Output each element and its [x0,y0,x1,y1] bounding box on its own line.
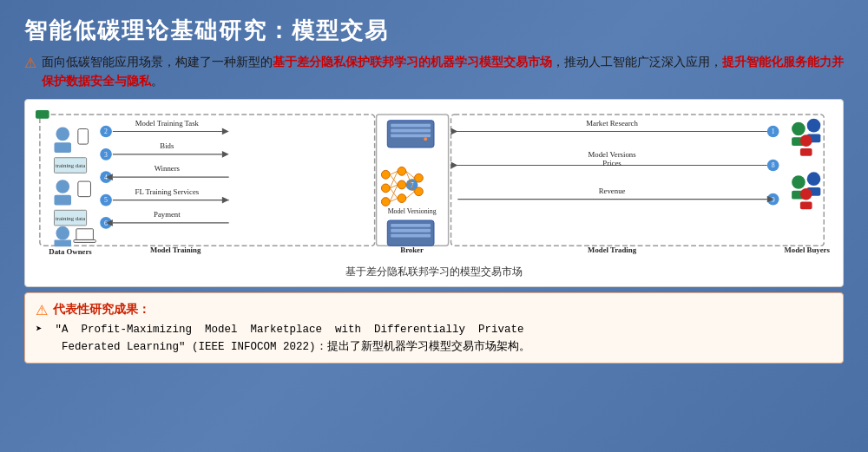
svg-rect-95 [36,110,49,119]
svg-point-56 [398,194,406,203]
svg-rect-75 [391,234,431,238]
svg-marker-31 [106,174,113,180]
svg-rect-16 [74,240,95,243]
svg-point-55 [398,180,406,189]
svg-marker-85 [451,162,458,169]
svg-point-103 [807,173,821,187]
result-box: ⚠ 代表性研究成果： ➤ "A Profit-Maximizing Model … [24,292,844,364]
svg-rect-106 [800,202,812,210]
svg-rect-45 [391,124,431,128]
svg-rect-14 [54,240,71,247]
svg-point-38 [100,217,112,229]
paper-citation: ➤ "A Profit-Maximizing Model Marketplace… [36,324,530,352]
svg-line-59 [390,172,398,175]
svg-rect-5 [78,129,89,145]
svg-text:Data Owners: Data Owners [49,247,92,256]
svg-rect-96 [792,137,806,146]
svg-point-58 [415,187,424,196]
slide-title: 智能低碳理论基础研究：模型交易 [24,16,389,46]
svg-marker-91 [767,196,774,203]
svg-point-52 [381,184,390,193]
svg-text:4: 4 [104,174,108,181]
svg-text:Model Trading: Model Trading [588,246,637,254]
svg-point-54 [398,167,406,176]
svg-text:Revenue: Revenue [599,187,626,195]
svg-line-69 [406,185,415,192]
svg-marker-80 [451,128,458,135]
svg-text:Model Versioning: Model Versioning [388,207,437,215]
result-bullet: ⚠ [36,302,48,318]
svg-line-62 [390,185,398,188]
svg-rect-100 [800,148,812,156]
diagram-container: training data training data Data Own [36,108,832,260]
svg-text:8: 8 [772,162,775,170]
svg-point-23 [100,148,112,160]
svg-rect-102 [792,191,806,200]
svg-point-77 [767,126,779,138]
svg-point-88 [767,193,779,206]
svg-text:training data: training data [56,163,85,169]
svg-text:9: 9 [772,196,775,204]
svg-text:3: 3 [104,151,108,159]
intro-highlight1: 基于差分隐私保护联邦学习的机器学习模型交易市场 [273,56,552,69]
intro-text: 面向低碳智能应用场景，构建了一种新型的基于差分隐私保护联邦学习的机器学习模型交易… [42,53,844,90]
svg-point-3 [56,128,69,141]
svg-rect-9 [54,195,71,206]
svg-rect-46 [391,129,431,133]
svg-point-33 [100,194,112,206]
svg-point-28 [100,172,112,184]
svg-line-64 [390,185,398,202]
svg-marker-41 [106,219,113,226]
svg-point-97 [807,119,821,133]
svg-text:7: 7 [411,181,414,189]
svg-point-48 [424,137,427,141]
svg-marker-36 [222,197,229,204]
svg-rect-47 [391,134,431,138]
svg-point-49 [406,179,418,191]
svg-text:Model Buyers: Model Buyers [785,246,831,254]
intro-section: ⚠ 面向低碳智能应用场景，构建了一种新型的基于差分隐私保护联邦学习的机器学习模型… [24,53,844,90]
svg-point-18 [100,126,112,138]
svg-rect-72 [387,220,434,246]
svg-marker-21 [222,128,229,135]
svg-rect-10 [78,181,91,197]
svg-line-70 [406,192,415,199]
svg-rect-1 [451,115,825,246]
svg-line-68 [406,178,415,185]
svg-text:6: 6 [104,219,108,227]
svg-rect-11 [54,210,86,226]
intro-end: 。 [151,75,163,88]
svg-line-61 [390,172,398,189]
svg-text:Bids: Bids [160,141,174,150]
svg-line-66 [406,172,415,179]
intro-bullet: ⚠ [24,55,36,71]
svg-line-63 [390,188,398,199]
svg-text:5: 5 [104,197,108,205]
svg-text:FL Training Services: FL Training Services [135,187,200,196]
svg-point-51 [381,171,390,180]
svg-point-82 [767,160,779,172]
svg-point-57 [415,174,424,182]
svg-line-67 [406,172,415,192]
svg-text:Market Research: Market Research [586,119,638,128]
svg-point-53 [381,198,390,206]
svg-rect-4 [54,142,71,153]
svg-rect-44 [387,121,434,147]
svg-text:Payment: Payment [154,210,181,219]
svg-rect-104 [807,187,821,196]
svg-text:Model Training Task: Model Training Task [135,119,200,128]
diagram-caption: 基于差分隐私联邦学习的模型交易市场 [36,265,832,279]
svg-point-101 [792,175,806,189]
result-header: ⚠ 代表性研究成果： [36,300,832,318]
intro-normal1: 面向低碳智能应用场景，构建了一种新型的 [42,56,273,69]
svg-rect-73 [391,224,431,227]
svg-point-13 [56,226,69,240]
svg-point-94 [792,122,806,136]
svg-line-65 [390,199,398,202]
svg-point-105 [800,188,812,200]
result-title: 代表性研究成果： [53,302,150,318]
svg-text:Model Training: Model Training [150,246,201,254]
svg-text:1: 1 [772,128,775,136]
svg-rect-0 [40,115,375,246]
result-content: ➤ "A Profit-Maximizing Model Marketplace… [36,322,832,356]
